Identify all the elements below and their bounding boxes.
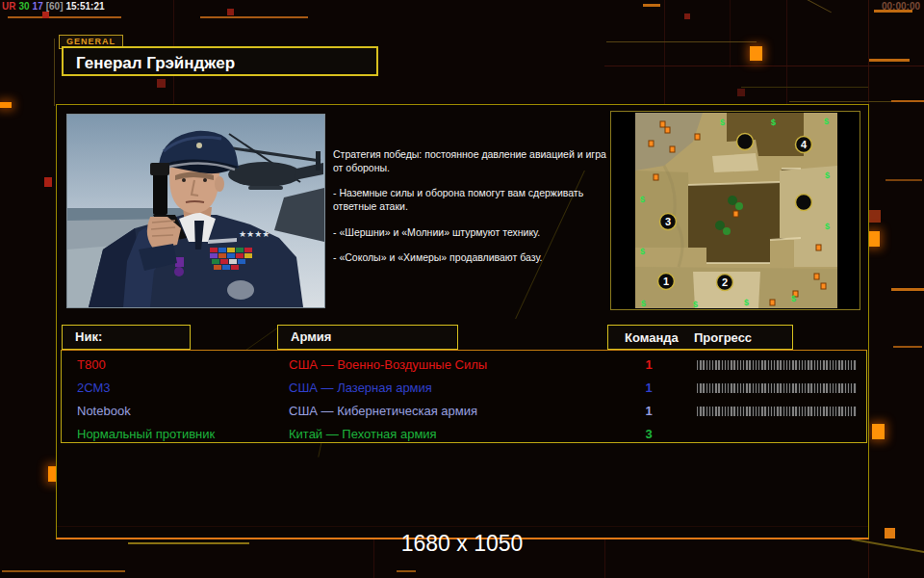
strategy-paragraph: - Наземные силы и оборона помогут вам сд… [333, 187, 614, 213]
circuit-square [42, 12, 49, 18]
player-nick: 2СМ3 [77, 377, 111, 400]
column-header-team-progress: Команда Прогресс [607, 325, 793, 350]
circuit-square [44, 177, 52, 187]
svg-text:$: $ [825, 222, 830, 231]
start-position-2: 2 [722, 276, 728, 288]
fps-value-1: 30 [18, 1, 29, 12]
page-title: Генерал Грэйнджер [62, 46, 378, 76]
circuit-line [891, 100, 924, 102]
minimap: $$ $$ $$ $$ $$ $ 1 2 3 [610, 111, 860, 310]
player-list: T800 США — Военно-Воздушные Силы 1 2СМ3 … [61, 350, 867, 443]
start-position-4: 4 [801, 139, 808, 150]
strategy-text: Стратегия победы: постоянное давление ав… [333, 148, 614, 277]
player-army: США — Военно-Воздушные Силы [289, 354, 487, 377]
circuit-line [851, 539, 924, 555]
circuit-line [200, 16, 308, 18]
circuit-line [604, 538, 605, 578]
player-team: 1 [639, 400, 658, 423]
svg-text:$: $ [720, 118, 725, 127]
player-army: США — Кибернетическая армия [289, 400, 477, 423]
svg-text:$: $ [640, 247, 645, 256]
fps-time: 15:51:21 [66, 1, 105, 12]
main-panel: ★★★★ [56, 104, 869, 539]
start-position-3: 3 [665, 216, 671, 227]
circuit-line [373, 538, 374, 578]
player-nick: T800 [77, 354, 106, 377]
circuit-line [57, 526, 868, 527]
svg-text:$: $ [641, 299, 646, 308]
fps-value-2: 17 [33, 1, 43, 12]
shoulder-stars: ★★★★ [239, 229, 270, 239]
circuit-line [664, 0, 665, 104]
loading-screen: UR3017[60]15:51:21 00:00:00 GENERAL Гене… [0, 0, 924, 578]
loading-progress-bar [697, 383, 857, 393]
fps-value-3: [60] [46, 1, 64, 12]
player-row: Notebook США — Кибернетическая армия 1 [62, 400, 866, 423]
session-timer: 00:00:00 [882, 1, 920, 12]
circuit-line [128, 542, 249, 544]
circuit-line [8, 16, 121, 18]
circuit-line [604, 66, 924, 66]
circuit-line [741, 87, 868, 88]
svg-text:$: $ [791, 294, 796, 303]
circuit-line [893, 346, 922, 348]
circuit-line [891, 288, 924, 291]
column-header-progress: Прогресс [694, 327, 752, 350]
fps-counter: UR3017[60]15:51:21 [2, 1, 108, 12]
svg-text:$: $ [744, 298, 749, 307]
circuit-line [606, 41, 757, 42]
circuit-square [885, 528, 895, 539]
circuit-line [2, 570, 125, 572]
column-header-team: Команда [625, 327, 679, 350]
player-nick: Нормальный противник [77, 423, 215, 446]
player-team: 3 [639, 423, 658, 446]
svg-text:$: $ [693, 300, 698, 308]
circuit-line [54, 39, 55, 106]
circuit-square [868, 210, 881, 223]
circuit-line [397, 570, 416, 572]
portrait-image: ★★★★ [67, 115, 324, 307]
player-row: 2СМ3 США — Лазерная армия 1 [62, 377, 866, 400]
svg-text:$: $ [640, 195, 645, 204]
circuit-square [157, 79, 166, 88]
circuit-square [737, 89, 745, 96]
circuit-line [643, 4, 660, 7]
strategy-paragraph: Стратегия победы: постоянное давление ав… [333, 148, 614, 174]
circuit-line [730, 0, 731, 67]
circuit-line [886, 179, 922, 181]
circuit-square [872, 424, 885, 439]
circuit-line [797, 0, 832, 13]
player-army: США — Лазерная армия [289, 377, 432, 400]
loading-progress-bar [697, 407, 857, 416]
circuit-square [227, 9, 234, 15]
strategy-paragraph: - «Соколы» и «Химеры» продавливают базу. [333, 251, 614, 265]
column-header-army: Армия [277, 325, 458, 350]
circuit-line [786, 0, 787, 104]
player-team: 1 [639, 377, 658, 400]
player-row: T800 США — Военно-Воздушные Силы 1 [62, 354, 866, 377]
player-row: Нормальный противник Китай — Пехотная ар… [62, 423, 866, 446]
circuit-square [0, 102, 12, 108]
fps-label: UR [2, 1, 15, 12]
circuit-square [684, 13, 690, 19]
start-position-1: 1 [663, 276, 669, 287]
column-header-nick: Ник: [62, 325, 191, 350]
player-team: 1 [639, 354, 658, 377]
general-portrait: ★★★★ [66, 114, 325, 308]
svg-text:$: $ [824, 117, 829, 126]
loading-progress-bar [697, 360, 857, 370]
svg-text:$: $ [825, 171, 830, 180]
circuit-line [869, 59, 910, 62]
player-army: Китай — Пехотная армия [289, 423, 437, 446]
player-nick: Notebook [77, 400, 131, 423]
svg-text:$: $ [771, 118, 776, 127]
strategy-paragraph: - «Шершни» и «Молнии» штурмуют технику. [333, 226, 614, 240]
minimap-image: $$ $$ $$ $$ $$ $ 1 2 3 [635, 113, 837, 308]
resolution-label: 1680 x 1050 [401, 531, 524, 557]
circuit-square [750, 46, 762, 61]
